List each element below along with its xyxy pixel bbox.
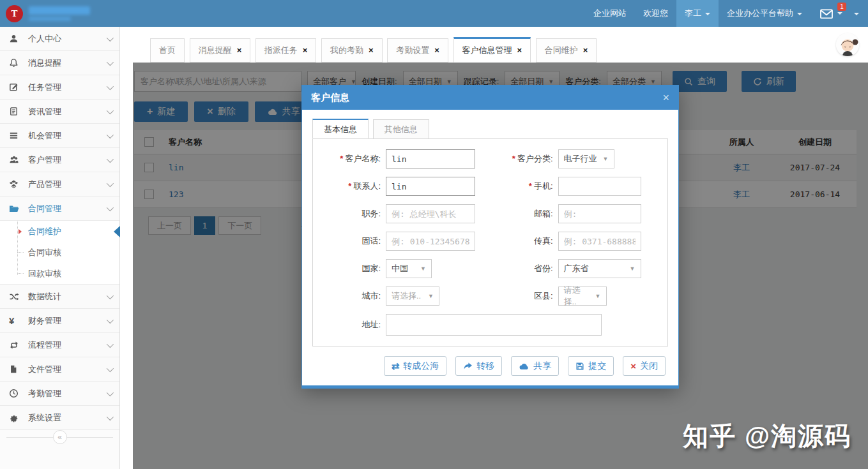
tab-bar: 首页 消息提醒× 指派任务× 我的考勤× 考勤设置× 客户信息管理× 合同维护× [133,27,868,63]
submenu-item-contract-audit[interactable]: 合同审核 [0,242,119,263]
shuffle-icon [9,292,22,302]
telephone-field[interactable] [386,232,475,251]
submenu-item-contract-maintain[interactable]: 合同维护 [0,221,119,242]
nav-more-menu[interactable] [848,9,868,19]
country-select[interactable]: 中国▼ [386,259,432,278]
tab-assign-task[interactable]: 指派任务× [255,38,317,63]
close-button[interactable]: ×关闭 [623,356,666,376]
sidebar-item-news-management[interactable]: 资讯管理 [0,100,119,124]
customer-name-field[interactable] [386,149,475,168]
forward-arrow-icon [463,362,473,370]
close-icon[interactable]: × [237,45,242,55]
modal-body: 基本信息 其他信息 *客户名称: *客户分类: 电子行业▼ [302,110,678,385]
sidebar-item-message-remind[interactable]: 消息提醒 [0,51,119,75]
transfer-button[interactable]: 转移 [455,356,502,376]
chevron-down-icon [107,292,114,299]
modal-close-icon[interactable]: × [662,91,669,105]
district-select[interactable]: 请选择..▼ [558,287,607,306]
modal-tab-basic-info[interactable]: 基本信息 [312,119,369,138]
required-icon: * [340,154,343,163]
mobile-label: *手机: [489,181,558,192]
top-navbar: T 企业网站 欢迎您 李工 企业办公平台帮助 1 [0,0,868,27]
caret-down-icon [797,13,802,15]
tab-home[interactable]: 首页 [150,38,185,63]
contract-submenu: 合同维护 合同审核 回款审核 [0,221,119,285]
mobile-field[interactable] [558,177,641,196]
contact-field[interactable] [386,177,475,196]
sidebar-item-task-management[interactable]: 任务管理 [0,75,119,100]
nav-mail-menu[interactable]: 1 [811,0,848,27]
address-field[interactable] [386,314,602,336]
package-icon [9,179,22,190]
district-label: 区县: [489,290,558,302]
tab-message-remind[interactable]: 消息提醒× [190,38,251,63]
active-edge-arrow-icon [114,226,120,237]
sidebar-item-opportunity-management[interactable]: 机会管理 [0,124,119,148]
main-area: 首页 消息提醒× 指派任务× 我的考勤× 考勤设置× 客户信息管理× 合同维护×… [133,27,868,469]
sidebar-item-attendance-management[interactable]: 考勤管理 [0,382,119,406]
nav-welcome[interactable]: 欢迎您 [635,0,676,27]
close-icon: × [630,361,636,371]
close-icon[interactable]: × [583,45,588,55]
nav-help-menu[interactable]: 企业办公平台帮助 [719,0,811,27]
customer-category-select[interactable]: 电子行业▼ [558,149,614,168]
nav-company-site[interactable]: 企业网站 [585,0,635,27]
document-icon [9,107,22,117]
brand-logo-icon: T [6,5,23,22]
brand[interactable]: T [0,5,90,22]
job-title-label: 职务: [317,208,386,220]
city-label: 城市: [317,290,386,302]
sidebar-collapse-button[interactable]: « [0,430,119,445]
province-select[interactable]: 广东省▼ [558,259,641,278]
email-label: 邮箱: [489,208,558,220]
navbar-right: 企业网站 欢迎您 李工 企业办公平台帮助 1 [585,0,868,27]
submenu-item-payment-audit[interactable]: 回款审核 [0,263,119,284]
nav-help-label: 企业办公平台帮助 [727,8,793,18]
sidebar-item-data-statistics[interactable]: 数据统计 [0,285,119,309]
tab-customer-info-management[interactable]: 客户信息管理× [453,37,531,63]
caret-down-icon [854,13,859,15]
modal-tab-other-info[interactable]: 其他信息 [373,119,429,139]
close-icon[interactable]: × [369,45,374,55]
tab-contract-maintain[interactable]: 合同维护× [536,38,597,63]
loop-icon [9,340,22,350]
tab-attendance-settings[interactable]: 考勤设置× [387,38,448,63]
job-title-field[interactable] [386,204,475,223]
sidebar-item-personal-center[interactable]: 个人中心 [0,27,119,51]
close-icon[interactable]: × [517,45,522,55]
branch-dash-icon [17,273,24,274]
branch-dash-icon [17,252,24,253]
country-label: 国家: [317,263,386,274]
sidebar-item-customer-management[interactable]: 客户管理 [0,148,119,172]
close-icon[interactable]: × [303,45,308,55]
basic-info-panel: *客户名称: *客户分类: 电子行业▼ *联系人: [312,138,668,346]
submit-button[interactable]: 提交 [568,356,614,376]
chevron-down-icon [107,58,114,65]
fax-field[interactable] [558,232,641,251]
sidebar-item-file-management[interactable]: 文件管理 [0,357,119,382]
sidebar-item-system-settings[interactable]: 系统设置 [0,406,119,430]
sidebar-item-process-management[interactable]: 流程管理 [0,333,119,357]
customer-name-label: *客户名称: [317,153,386,165]
nav-user-menu[interactable]: 李工 [676,0,719,27]
close-icon[interactable]: × [434,45,439,55]
chevron-down-icon [107,34,114,41]
caret-down-icon: ▼ [630,265,636,272]
city-select[interactable]: 请选择..▼ [386,287,439,306]
sidebar-item-product-management[interactable]: 产品管理 [0,172,119,197]
sidebar-item-contract-management[interactable]: 合同管理 [0,197,119,221]
swap-icon: ⇄ [392,361,400,372]
to-public-sea-button[interactable]: ⇄转成公海 [384,356,447,376]
required-icon: * [512,154,515,163]
chevron-down-icon [107,131,114,138]
tab-my-attendance[interactable]: 我的考勤× [321,38,383,63]
email-field[interactable] [558,204,641,223]
modal-share-button[interactable]: 共享 [511,356,559,376]
sidebar-item-finance-management[interactable]: ¥ 财务管理 [0,309,119,333]
chevron-down-icon [107,204,114,211]
address-label: 地址: [317,319,386,331]
avatar[interactable] [836,33,859,56]
mail-badge: 1 [837,3,846,11]
edit-icon [9,82,22,93]
customer-info-modal: 客户信息 × 基本信息 其他信息 *客户名称: *客户分类: 电子行业▼ [301,85,679,389]
